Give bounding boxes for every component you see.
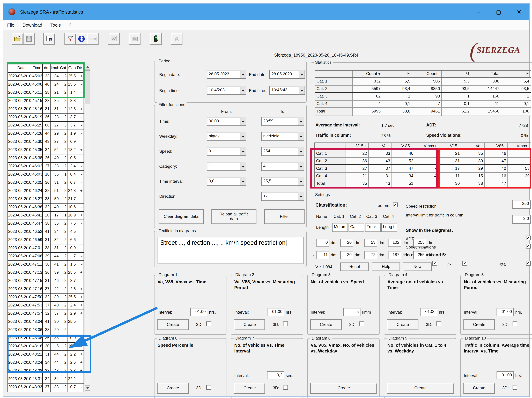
cat14-checkbox[interactable]: ✓ — [432, 261, 437, 265]
table-row[interactable]: 2023-05-2610:45:15283523,3- — [8, 97, 83, 105]
create-diagram-button[interactable]: Create — [234, 319, 265, 330]
maximize-button[interactable]: ▢ — [488, 4, 509, 20]
table-row[interactable]: 2023-05-2610:48:313234222,2- — [8, 375, 83, 384]
table-row[interactable]: 2023-05-2610:46:05363120,7- — [8, 179, 83, 187]
toolbar-font-button[interactable]: A — [171, 33, 183, 45]
interval-input[interactable]: 5 — [343, 308, 361, 316]
threed-checkbox[interactable] — [283, 385, 288, 390]
begin-date-select[interactable]: 26.05.2023 — [207, 70, 246, 79]
table-row[interactable]: 2023-05-2610:46:59313426,6- — [8, 236, 83, 244]
filter-timeinterval-to-select-dropdown-button[interactable] — [298, 177, 304, 186]
filter-time-from-select-dropdown-button[interactable] — [240, 117, 246, 126]
table-row[interactable]: 2023-05-2610:46:273350221,7- — [8, 195, 83, 203]
filter-time-to-select-dropdown-button[interactable] — [298, 117, 304, 126]
button-new[interactable]: New — [403, 263, 432, 271]
button-clear-diagram-data[interactable]: Clear diagram data — [158, 209, 204, 224]
button-help[interactable]: Help — [372, 263, 400, 271]
table-row[interactable]: 2023-05-2610:45:163131212,3+ — [8, 105, 83, 114]
interval-input[interactable]: 01:00 — [190, 308, 207, 316]
filter-direction-to-select[interactable]: +- — [261, 192, 304, 201]
filter-category-from-select[interactable]: 1 — [207, 162, 246, 171]
filter-category-to-select-dropdown-button[interactable] — [298, 162, 304, 171]
threed-checkbox[interactable] — [206, 385, 211, 390]
table-row[interactable]: 2023-05-2610:46:422017116,9+ — [8, 212, 83, 220]
toolbar-gsm-button[interactable]: GSM — [87, 33, 99, 45]
filter-weekday-to-select[interactable]: niedziela — [261, 132, 304, 141]
length-cat2-input[interactable]: Car — [348, 223, 364, 232]
interval-input[interactable]: 01:00 — [420, 308, 437, 316]
speed-restriction-input[interactable]: 250 — [512, 200, 531, 209]
begin-time-select[interactable]: 10:45:03 — [207, 86, 246, 95]
table-row[interactable]: 2023-05-2610:45:353454218,2+ — [8, 146, 83, 154]
interval-input[interactable]: 01:00 — [497, 308, 513, 316]
toolbar-bluetooth-button[interactable] — [76, 33, 87, 45]
total-checkbox[interactable]: ✓ — [526, 261, 531, 265]
diagram-text-input[interactable]: Street ..., direction ..., .. km/h speed… — [158, 237, 304, 264]
table-row[interactable]: 2023-05-2610:47:15314623,7- — [8, 277, 83, 285]
filter-timeinterval-from-select-dropdown-button[interactable] — [240, 177, 246, 186]
menu-item-help[interactable]: ? — [65, 23, 75, 28]
plus-length-cat2-input[interactable]: 53 — [364, 239, 377, 247]
threed-checkbox[interactable] — [513, 385, 517, 390]
filter-speed-from-select[interactable]: 0 — [207, 147, 246, 156]
filter-time-from-select[interactable]: 00:00 — [207, 117, 246, 126]
threed-checkbox[interactable] — [360, 322, 364, 326]
minimize-button[interactable]: – — [468, 4, 488, 20]
autom-checkbox[interactable]: ✓ — [393, 202, 398, 207]
create-diagram-button[interactable]: Create — [310, 319, 342, 330]
end-date-select[interactable]: 28.05.2023 — [269, 70, 305, 79]
table-row[interactable]: 2023-05-2610:46:47383527,5- — [8, 220, 83, 228]
toolbar-device-button[interactable] — [150, 33, 162, 45]
plusminus-checkbox[interactable]: ✓ — [462, 261, 467, 265]
adt-checkbox[interactable]: ✓ — [526, 236, 531, 240]
threed-checkbox[interactable] — [513, 322, 517, 326]
minus-length-cat4-input[interactable]: 255 — [413, 251, 426, 259]
filter-timeinterval-to-select[interactable]: 25,5 — [261, 177, 304, 186]
table-row[interactable]: 2023-05-2610:46:243251224,3+ — [8, 187, 83, 195]
interval-input[interactable]: 01:00 — [497, 371, 513, 379]
button-reset[interactable]: Reset — [340, 263, 369, 271]
minus-length-cat0-input[interactable]: 11 — [317, 251, 329, 259]
begin-time-select-dropdown-button[interactable] — [240, 86, 246, 95]
interval-input[interactable]: 0,2 — [267, 371, 284, 379]
table-row[interactable]: 2023-05-2610:47:16374222,6+ — [8, 285, 83, 294]
table-row[interactable]: 2023-05-2610:47:133639225,5+ — [8, 269, 83, 277]
filter-weekday-to-select-dropdown-button[interactable] — [298, 132, 304, 141]
table-row[interactable]: 2023-05-2610:45:38264020,5- — [8, 154, 83, 163]
table-row[interactable]: 2023-05-2610:46:52413424,5- — [8, 228, 83, 236]
length-cat1-input[interactable]: Motorc — [332, 223, 348, 232]
end-date-select-dropdown-button[interactable] — [299, 70, 305, 79]
create-diagram-button[interactable]: Create — [310, 383, 377, 394]
plus-length-cat1-input[interactable]: 20 — [340, 239, 353, 247]
create-diagram-button[interactable]: Create — [387, 319, 418, 330]
table-row[interactable]: 2023-05-2610:46:383240210,6- — [8, 203, 83, 212]
toolbar-download-device-button[interactable] — [64, 33, 76, 45]
table-row[interactable]: 2023-05-2610:47:08394427- — [8, 253, 83, 261]
end-time-select[interactable]: 10:45:43 — [269, 86, 305, 95]
create-diagram-button[interactable]: Create — [463, 319, 495, 330]
table-row[interactable]: 2023-05-2610:46:03183510,4- — [8, 171, 83, 179]
end-time-select-dropdown-button[interactable] — [299, 86, 305, 95]
interval-input[interactable]: 01:00 — [267, 308, 284, 316]
toolbar-export-data-button[interactable] — [43, 33, 55, 45]
filter-category-to-select[interactable]: 4 — [261, 162, 304, 171]
filter-speed-from-select-dropdown-button[interactable] — [240, 147, 246, 156]
interval-limit-input[interactable]: 3,0 — [512, 215, 531, 224]
threed-checkbox[interactable] — [283, 322, 288, 326]
toolbar-diagram-button[interactable] — [108, 33, 120, 45]
filter-timeinterval-from-select[interactable]: 0,0 — [207, 177, 246, 186]
threed-checkbox[interactable] — [436, 322, 441, 326]
plus-length-cat4-input[interactable]: 255 — [413, 239, 426, 247]
button-filter[interactable]: Filter — [264, 209, 304, 224]
table-row[interactable]: 2023-05-2610:47:503239225,5+ — [8, 294, 83, 302]
plus-length-cat3-input[interactable]: 102 — [388, 239, 401, 247]
filter-category-from-select-dropdown-button[interactable] — [240, 162, 246, 171]
toolbar-save-file-button[interactable] — [23, 33, 35, 45]
filter-time-to-select[interactable]: 23:59 — [261, 117, 304, 126]
close-button[interactable]: ✕ — [509, 4, 529, 20]
toolbar-open-file-button[interactable] — [12, 33, 23, 45]
table-row[interactable]: 2023-05-2610:45:19362823,7- — [8, 114, 83, 122]
table-row[interactable]: 2023-05-2610:46:02273322,4- — [8, 163, 83, 171]
table-row[interactable]: 2023-05-2610:47:01383120,9- — [8, 244, 83, 253]
table-row[interactable]: 2023-05-2610:45:28442921,9- — [8, 130, 83, 138]
